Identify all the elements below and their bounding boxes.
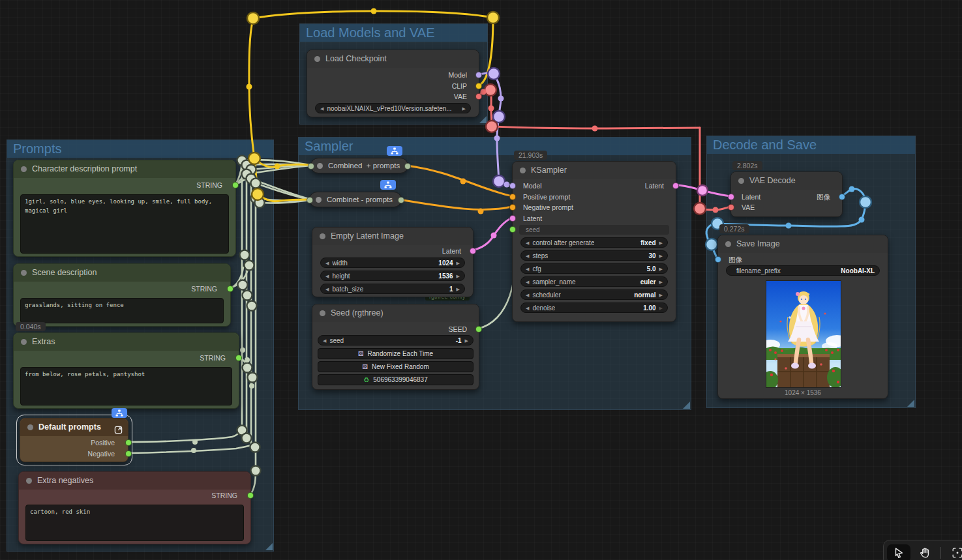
- collapse-dot-icon[interactable]: [21, 166, 27, 172]
- node-extras-prompt[interactable]: Extras STRING from below, rose petals, p…: [13, 332, 239, 409]
- combo-left-arrow[interactable]: ◀: [325, 274, 329, 278]
- expand-icon[interactable]: [114, 423, 123, 436]
- node-title-bar[interactable]: Extra negatives: [19, 472, 250, 490]
- seed-converted-input-row[interactable]: seed: [519, 225, 669, 235]
- collapse-dot-icon[interactable]: [738, 178, 744, 184]
- combo-left-arrow[interactable]: ◀: [325, 287, 329, 291]
- batch-size-widget[interactable]: ◀ batch_size 1 ▶: [320, 284, 465, 294]
- workflow-badge[interactable]: [387, 146, 402, 156]
- workflow-badge[interactable]: [112, 408, 127, 418]
- node-graph-canvas[interactable]: Load Models and VAE Prompts Sampler Deco…: [0, 0, 962, 560]
- combo-left-arrow[interactable]: ◀: [526, 254, 529, 258]
- scheduler-widget[interactable]: ◀ scheduler normal ▶: [520, 289, 668, 300]
- combo-left-arrow[interactable]: ◀: [526, 293, 529, 297]
- combo-left-arrow[interactable]: ◀: [320, 106, 323, 111]
- last-seed-button[interactable]: ♻ 506963399046837: [318, 374, 473, 385]
- combo-right-arrow[interactable]: ▶: [465, 338, 468, 343]
- node-vae-decode[interactable]: VAE Decode Latent VAE 图像: [730, 171, 843, 217]
- node-title-bar[interactable]: Extras: [14, 333, 239, 351]
- node-combined-positive[interactable]: Combined + prompts: [310, 158, 408, 173]
- steps-widget[interactable]: ◀ steps 30 ▶: [520, 250, 668, 261]
- output-port-model[interactable]: [475, 72, 482, 78]
- generated-image-preview[interactable]: [766, 280, 841, 388]
- node-title-bar[interactable]: Seed (rgthree): [312, 304, 479, 322]
- output-port-positive[interactable]: [125, 439, 132, 446]
- output-port-seed[interactable]: [475, 326, 482, 332]
- node-title-bar[interactable]: Empty Latent Image: [312, 228, 473, 245]
- node-empty-latent[interactable]: Empty Latent Image Latent ◀ width 1024 ▶…: [312, 227, 473, 297]
- canvas-toolbar[interactable]: [883, 540, 962, 560]
- output-port-clip[interactable]: [475, 83, 482, 89]
- combo-right-arrow[interactable]: ▶: [659, 280, 663, 284]
- collapse-dot-icon[interactable]: [520, 168, 526, 173]
- combo-left-arrow[interactable]: ◀: [526, 280, 529, 284]
- sampler-name-widget[interactable]: ◀ sampler_name euler ▶: [520, 276, 668, 287]
- height-widget[interactable]: ◀ height 1536 ▶: [320, 271, 465, 281]
- node-title-bar[interactable]: Save Image: [718, 235, 888, 253]
- combo-right-arrow[interactable]: ▶: [457, 274, 460, 278]
- collapse-dot-icon[interactable]: [21, 270, 27, 276]
- prompt-textarea[interactable]: grasslands, sitting on fence: [20, 298, 224, 323]
- output-port[interactable]: [398, 197, 404, 203]
- prompt-textarea[interactable]: from below, rose petals, pantyshot: [20, 367, 232, 405]
- input-port[interactable]: [308, 163, 314, 169]
- output-port-string[interactable]: [247, 492, 254, 499]
- collapse-dot-icon[interactable]: [317, 163, 323, 169]
- output-port-image[interactable]: [839, 194, 845, 200]
- input-port-negative[interactable]: [509, 204, 516, 211]
- width-widget[interactable]: ◀ width 1024 ▶: [320, 258, 465, 268]
- collapse-dot-icon[interactable]: [320, 233, 325, 239]
- node-save-image[interactable]: Save Image 图像 filename_prefix NoobAI-XL: [717, 235, 888, 399]
- node-seed-rgthree[interactable]: Seed (rgthree) SEED ◀ seed -1 ▶ ⚄ Random…: [312, 304, 479, 390]
- output-port-negative[interactable]: [125, 450, 132, 457]
- node-combined-negative[interactable]: Combinet - prompts: [309, 192, 402, 207]
- node-character-prompt[interactable]: Character description prompt STRING 1gir…: [13, 160, 236, 257]
- new-fixed-random-button[interactable]: ⚄ New Fixed Random: [318, 361, 473, 372]
- combo-left-arrow[interactable]: ◀: [526, 241, 529, 245]
- collapse-dot-icon[interactable]: [316, 197, 322, 203]
- ckpt-name-combo[interactable]: ◀ noobaiXLNAIXL_vPred10Version.safeten..…: [315, 103, 471, 113]
- collapse-dot-icon[interactable]: [27, 424, 33, 430]
- combo-right-arrow[interactable]: ▶: [659, 293, 663, 297]
- pan-tool-button[interactable]: [912, 544, 936, 560]
- collapse-dot-icon[interactable]: [26, 478, 32, 484]
- node-scene-prompt[interactable]: Scene description STRING grasslands, sit…: [13, 263, 231, 327]
- prompt-textarea[interactable]: 1girl, solo, blue eyes, looking up, smil…: [20, 194, 229, 254]
- input-port-seed[interactable]: [509, 226, 516, 233]
- input-port[interactable]: [307, 197, 313, 203]
- combo-left-arrow[interactable]: ◀: [526, 267, 529, 271]
- collapse-dot-icon[interactable]: [320, 310, 325, 316]
- node-title-bar[interactable]: Default prompts: [20, 419, 128, 436]
- input-port-positive[interactable]: [509, 194, 516, 200]
- node-title-bar[interactable]: Load Checkpoint: [307, 50, 479, 68]
- filename-prefix-widget[interactable]: filename_prefix NoobAI-XL: [726, 265, 880, 276]
- combo-right-arrow[interactable]: ▶: [659, 267, 663, 271]
- prompt-textarea[interactable]: cartoon, red skin: [25, 505, 244, 541]
- input-port-latent[interactable]: [728, 194, 734, 200]
- combo-right-arrow[interactable]: ▶: [457, 261, 460, 265]
- input-port-model[interactable]: [509, 183, 516, 189]
- output-port[interactable]: [404, 163, 411, 169]
- combo-right-arrow[interactable]: ▶: [457, 287, 460, 291]
- randomize-each-time-button[interactable]: ⚄ Randomize Each Time: [318, 348, 473, 359]
- select-tool-button[interactable]: [887, 544, 910, 560]
- node-title-bar[interactable]: KSampler: [513, 162, 676, 179]
- combo-right-arrow[interactable]: ▶: [659, 241, 663, 245]
- output-port-vae[interactable]: [475, 93, 482, 100]
- output-port-string[interactable]: [235, 355, 242, 361]
- combo-left-arrow[interactable]: ◀: [325, 261, 329, 265]
- collapse-dot-icon[interactable]: [21, 339, 27, 345]
- node-load-checkpoint[interactable]: Load Checkpoint Model CLIP VAE ◀ noobaiX…: [307, 50, 479, 117]
- combo-right-arrow[interactable]: ▶: [659, 254, 663, 258]
- combo-right-arrow[interactable]: ▶: [659, 306, 663, 310]
- input-port-latent[interactable]: [509, 215, 516, 222]
- workflow-badge[interactable]: [380, 180, 396, 190]
- output-port-latent[interactable]: [672, 183, 679, 189]
- output-port-latent[interactable]: [470, 248, 476, 254]
- node-default-prompts[interactable]: Default prompts Positive Negative: [20, 418, 128, 462]
- output-port-string[interactable]: [227, 286, 233, 292]
- node-title-bar[interactable]: Character description prompt: [14, 160, 235, 178]
- input-port-image[interactable]: [715, 256, 721, 263]
- collapse-dot-icon[interactable]: [725, 241, 731, 247]
- control-after-generate-widget[interactable]: ◀ control after generate fixed ▶: [520, 237, 668, 248]
